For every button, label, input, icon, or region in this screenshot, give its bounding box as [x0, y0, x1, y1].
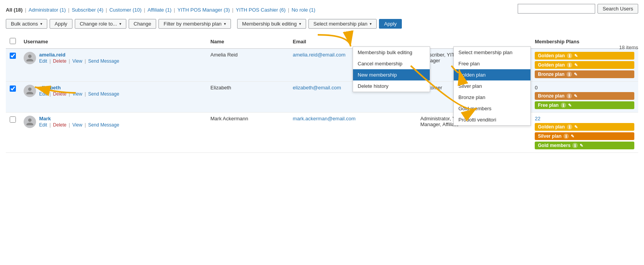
edit-icon[interactable]: ✎ — [580, 143, 583, 148]
filter-affiliate[interactable]: Affiliate (1) — [148, 7, 172, 13]
delete-link[interactable]: Delete — [53, 122, 67, 128]
edit-icon[interactable]: ✎ — [574, 63, 578, 68]
view-link[interactable]: View — [72, 58, 83, 64]
user-cell: Mark Edit | Delete | View | Send Message — [24, 116, 203, 128]
plans-cell: 0 Bronze plan ℹ ✎ Free plan ℹ ✎ — [531, 82, 638, 113]
change-role-dropdown[interactable]: Change role to... ▾ — [75, 19, 126, 29]
bulk-menu-item-3[interactable]: Delete history — [353, 80, 430, 92]
edit-icon[interactable]: ✎ — [574, 53, 578, 58]
edit-icon[interactable]: ✎ — [574, 125, 578, 130]
search-users-input[interactable] — [518, 4, 595, 14]
name-cell: Amelia Reid — [207, 49, 289, 82]
delete-link[interactable]: Delete — [53, 58, 67, 64]
user-info: Mark Edit | Delete | View | Send Message — [39, 116, 119, 128]
apply-membership-button[interactable]: Apply — [379, 19, 402, 29]
plan-badge[interactable]: Golden plan ℹ ✎ — [535, 61, 634, 69]
send-message-link[interactable]: Send Message — [88, 91, 119, 97]
username-link[interactable]: amelia.reid — [39, 52, 119, 58]
select-all-checkbox[interactable] — [10, 38, 16, 44]
edit-icon[interactable]: ✎ — [574, 94, 577, 99]
select-membership-plan-dropdown[interactable]: Select membership plan ▾ — [308, 19, 377, 29]
edit-icon[interactable]: ✎ — [568, 103, 572, 108]
edit-link[interactable]: Edit — [39, 58, 47, 64]
plan-badge[interactable]: Free plan ℹ ✎ — [535, 101, 634, 109]
items-count: 18 items — [619, 44, 638, 50]
info-icon[interactable]: ℹ — [567, 124, 572, 130]
toolbar: Bulk actions ▾ Apply Change role to... ▾… — [6, 16, 638, 32]
membership-bulk-editing-dropdown[interactable]: Membership bulk editing ▾ — [237, 19, 306, 29]
bulk-menu-item-0[interactable]: Membership bulk editing — [353, 47, 430, 58]
col-name: Name — [207, 35, 289, 49]
plan-menu-item-1[interactable]: Free plan — [454, 58, 530, 69]
plan-menu-item-5[interactable]: Gold members — [454, 103, 530, 114]
plan-menu-item-0[interactable]: Select membership plan — [454, 47, 530, 58]
filter-all[interactable]: All (18) — [6, 7, 22, 13]
row-checkbox[interactable] — [10, 53, 16, 59]
user-info: amelia.reid Edit | Delete | View | Send … — [39, 52, 119, 64]
info-icon[interactable]: ℹ — [563, 133, 569, 139]
edit-icon[interactable]: ✎ — [571, 134, 574, 139]
email-link[interactable]: elizabeth@email.com — [293, 85, 341, 91]
plans-list: Bronze plan ℹ ✎ Free plan ℹ ✎ — [535, 92, 634, 109]
bulk-actions-chevron: ▾ — [40, 22, 42, 26]
send-message-link[interactable]: Send Message — [88, 122, 119, 128]
filter-no-role[interactable]: No role (1) — [291, 7, 315, 13]
email-link[interactable]: amelia.reid@email.com — [293, 52, 346, 58]
info-icon[interactable]: ℹ — [567, 93, 572, 99]
avatar — [24, 116, 36, 128]
table-row: elizabeth Edit | Delete | View | Send Me… — [6, 82, 638, 113]
info-icon[interactable]: ℹ — [567, 53, 572, 58]
search-users-button[interactable]: Search Users — [598, 4, 638, 14]
bulk-menu-item-2[interactable]: New membership — [353, 69, 430, 80]
plan-badge[interactable]: Silver plan ℹ ✎ — [535, 132, 634, 140]
avatar-icon — [26, 54, 34, 62]
edit-link[interactable]: Edit — [39, 91, 47, 97]
plan-menu-item-6[interactable]: Prodotti venditori — [454, 114, 530, 125]
user-actions: Edit | Delete | View | Send Message — [39, 122, 119, 128]
plan-menu-item-4[interactable]: Bronze plan — [454, 92, 530, 103]
filter-yith-pos-manager[interactable]: YITH POS Manager (3) — [177, 7, 230, 13]
info-icon[interactable]: ℹ — [567, 72, 572, 77]
points-value: 0 — [535, 85, 537, 91]
change-role-button[interactable]: Change — [129, 19, 157, 29]
view-link[interactable]: View — [72, 91, 83, 97]
user-cell: elizabeth Edit | Delete | View | Send Me… — [24, 85, 203, 97]
plan-badge[interactable]: Golden plan ℹ ✎ — [535, 52, 634, 60]
plan-menu-item-2[interactable]: Golden plan — [454, 69, 530, 80]
select-plan-chevron: ▾ — [370, 22, 372, 26]
filter-administrator[interactable]: Administrator (1) — [29, 7, 66, 13]
apply-bulk-button[interactable]: Apply — [50, 19, 72, 29]
edit-icon[interactable]: ✎ — [574, 72, 577, 77]
username-link[interactable]: elizabeth — [39, 85, 119, 91]
email-link[interactable]: mark.ackerman@email.com — [293, 116, 356, 121]
email-cell: mark.ackerman@email.com — [289, 113, 417, 153]
plan-badge[interactable]: Golden plan ℹ ✎ — [535, 123, 634, 131]
avatar-icon — [26, 87, 34, 95]
plan-badge[interactable]: Gold members ℹ ✎ — [535, 142, 634, 149]
filter-customer[interactable]: Customer (10) — [109, 7, 141, 13]
bulk-actions-dropdown[interactable]: Bulk actions ▾ — [6, 19, 47, 29]
filter-membership-dropdown[interactable]: Filter by membership plan ▾ — [158, 19, 231, 29]
filter-subscriber[interactable]: Subscriber (4) — [72, 7, 103, 13]
username-link[interactable]: Mark — [39, 116, 119, 121]
plan-badge[interactable]: Bronze plan ℹ ✎ — [535, 70, 634, 78]
table-row: Mark Edit | Delete | View | Send Message — [6, 113, 638, 153]
user-cell: amelia.reid Edit | Delete | View | Send … — [24, 52, 203, 64]
filter-yith-pos-cashier[interactable]: YITH POS Cashier (6) — [236, 7, 286, 13]
plan-badge[interactable]: Bronze plan ℹ ✎ — [535, 92, 634, 100]
user-info: elizabeth Edit | Delete | View | Send Me… — [39, 85, 119, 97]
avatar — [24, 85, 36, 97]
info-icon[interactable]: ℹ — [567, 62, 572, 68]
edit-link[interactable]: Edit — [39, 122, 47, 128]
info-icon[interactable]: ℹ — [572, 143, 578, 148]
plan-menu-item-3[interactable]: Silver plan — [454, 80, 530, 92]
membership-bulk-chevron: ▾ — [299, 22, 301, 26]
row-checkbox[interactable] — [10, 116, 16, 123]
bulk-menu-item-1[interactable]: Cancel membership — [353, 58, 430, 69]
info-icon[interactable]: ℹ — [561, 103, 566, 108]
view-link[interactable]: View — [72, 122, 83, 128]
col-username: Username — [20, 35, 207, 49]
row-checkbox[interactable] — [10, 85, 16, 92]
send-message-link[interactable]: Send Message — [88, 58, 119, 64]
delete-link[interactable]: Delete — [53, 91, 67, 97]
